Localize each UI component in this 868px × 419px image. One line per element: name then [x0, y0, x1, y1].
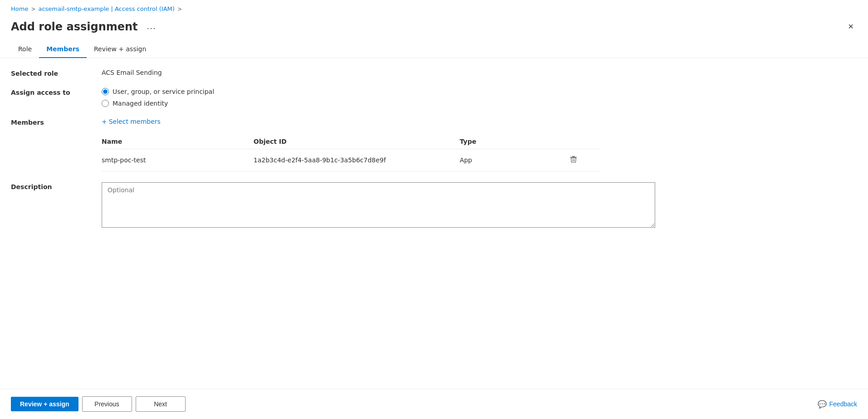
selected-role-value: ACS Email Sending [102, 69, 162, 76]
table-row: smtp-poc-test 1a2b3c4d-e2f4-5aa8-9b1c-3a… [102, 149, 601, 171]
assign-access-row: Assign access to User, group, or service… [11, 88, 857, 107]
cell-type: App [460, 149, 568, 171]
footer-left: Review + assign Previous Next [11, 396, 186, 412]
feedback-label: Feedback [829, 400, 857, 408]
select-members-plus: + [102, 118, 107, 125]
breadcrumb-resource[interactable]: acsemail-smtp-example | Access control (… [38, 5, 174, 12]
delete-row-button[interactable] [568, 154, 579, 166]
members-row: Members + Select members Name Object ID … [11, 118, 857, 171]
review-assign-button[interactable]: Review + assign [11, 397, 78, 411]
description-textarea[interactable] [102, 182, 655, 228]
svg-rect-1 [570, 157, 577, 158]
tab-review-assign[interactable]: Review + assign [87, 41, 153, 58]
col-header-objectid: Object ID [254, 134, 460, 149]
radio-managed-identity-input[interactable] [102, 100, 109, 107]
breadcrumb: Home > acsemail-smtp-example | Access co… [0, 0, 868, 16]
radio-user-group-input[interactable] [102, 88, 109, 95]
previous-button[interactable]: Previous [82, 396, 132, 412]
footer-bar: Review + assign Previous Next 💬 Feedback [0, 389, 868, 419]
description-label: Description [11, 182, 102, 190]
page-container: Home > acsemail-smtp-example | Access co… [0, 0, 868, 419]
radio-managed-identity-label: Managed identity [113, 100, 168, 107]
members-table: Name Object ID Type smtp-poc-test 1a2b3c… [102, 134, 601, 171]
cell-name: smtp-poc-test [102, 149, 254, 171]
radio-managed-identity-option[interactable]: Managed identity [102, 100, 214, 107]
more-options-button[interactable]: ... [143, 20, 160, 33]
feedback-icon: 💬 [818, 400, 827, 409]
close-button[interactable]: × [844, 19, 857, 34]
header-row: Add role assignment ... × [0, 16, 868, 41]
feedback-button[interactable]: 💬 Feedback [818, 400, 857, 409]
tab-members[interactable]: Members [39, 41, 87, 58]
radio-user-group-label: User, group, or service principal [113, 88, 214, 95]
assign-access-label: Assign access to [11, 88, 102, 96]
members-section: + Select members Name Object ID Type sm [102, 118, 857, 171]
breadcrumb-home[interactable]: Home [11, 5, 28, 12]
col-header-action [568, 134, 601, 149]
title-row: Add role assignment ... [11, 20, 160, 33]
svg-rect-0 [572, 156, 575, 157]
select-members-link[interactable]: + Select members [102, 118, 857, 125]
breadcrumb-sep-1: > [31, 6, 35, 12]
cell-objectid: 1a2b3c4d-e2f4-5aa8-9b1c-3a5b6c7d8e9f [254, 149, 460, 171]
page-title: Add role assignment [11, 20, 138, 33]
breadcrumb-sep-2: > [177, 6, 182, 12]
table-header-row: Name Object ID Type [102, 134, 601, 149]
col-header-type: Type [460, 134, 568, 149]
selected-role-row: Selected role ACS Email Sending [11, 69, 857, 77]
selected-role-label: Selected role [11, 69, 102, 77]
tab-role[interactable]: Role [11, 41, 39, 58]
radio-user-group-option[interactable]: User, group, or service principal [102, 88, 214, 95]
cell-action [568, 149, 601, 171]
description-row: Description [11, 182, 857, 228]
tabs-row: Role Members Review + assign [0, 41, 868, 58]
next-button[interactable]: Next [136, 396, 186, 412]
form-area: Selected role ACS Email Sending Assign a… [0, 58, 868, 389]
col-header-name: Name [102, 134, 254, 149]
members-label: Members [11, 118, 102, 126]
radio-group: User, group, or service principal Manage… [102, 88, 214, 107]
select-members-text: Select members [109, 118, 161, 125]
